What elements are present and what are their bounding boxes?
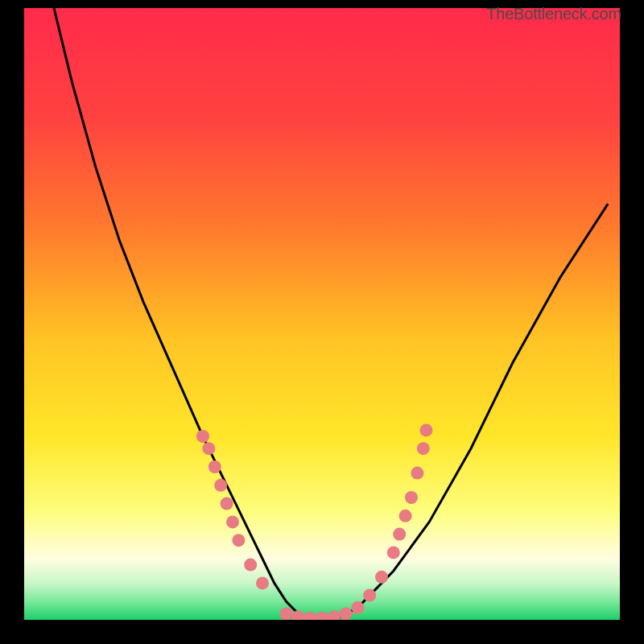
chart-frame: [24, 8, 620, 620]
data-point: [232, 534, 245, 547]
data-point: [226, 515, 239, 528]
data-point: [214, 479, 227, 492]
data-point: [420, 423, 433, 436]
data-point: [256, 576, 269, 589]
watermark-text: TheBottleneck.com: [486, 5, 621, 23]
data-point: [221, 497, 233, 510]
data-point: [417, 442, 430, 455]
data-point: [244, 559, 257, 572]
data-point: [393, 528, 406, 541]
data-point: [340, 607, 353, 620]
data-point: [280, 607, 293, 620]
data-point: [363, 589, 376, 602]
data-point: [351, 601, 364, 614]
data-point: [411, 467, 423, 480]
data-point: [208, 460, 221, 473]
data-point: [202, 442, 215, 455]
data-point: [399, 510, 412, 522]
data-point: [196, 430, 209, 443]
chart-svg: [24, 8, 620, 620]
data-point: [387, 546, 400, 559]
data-point: [375, 571, 388, 584]
chart-background: [24, 8, 620, 620]
data-point: [405, 491, 418, 504]
